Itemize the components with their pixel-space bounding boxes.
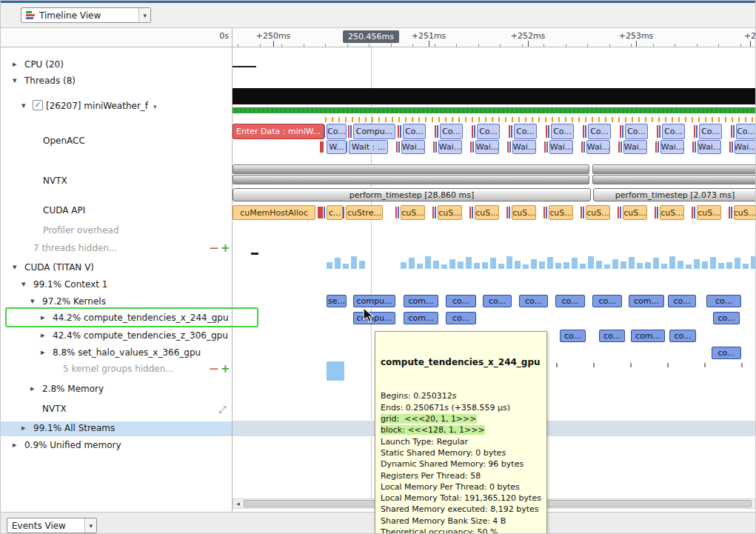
tree-expand-arrow-icon[interactable]: ▸	[30, 384, 35, 393]
sidebar-row-nvtx-thread[interactable]: NVTX	[1, 174, 233, 189]
sidebar-row-cuda-api[interactable]: CUDA API	[1, 204, 233, 218]
nvtx-range-event[interactable]: perform_timestep [2.073 ms]	[593, 188, 756, 201]
sidebar-row-kernel-z[interactable]: ▸42.4% compute_tendencies_z_306_gpu	[1, 329, 233, 344]
openacc-compute-event[interactable]: Enter Data : miniW...	[233, 124, 324, 139]
openacc-wait-event[interactable]: Wai...	[512, 140, 536, 154]
openacc-wait-event[interactable]: Wai...	[698, 140, 721, 154]
kernels-summary-event[interactable]: co...	[592, 295, 622, 307]
kernel-x-row-event[interactable]: co...	[713, 312, 740, 324]
tree-collapse-arrow-icon[interactable]: ▾	[13, 262, 17, 272]
openacc-wait-event[interactable]: Wai...	[438, 140, 462, 154]
expand-row-icon[interactable]: ⤢	[218, 404, 226, 415]
tree-collapse-arrow-icon[interactable]: ▾	[13, 76, 17, 85]
sidebar-row-profiler-overhead[interactable]: Profiler overhead	[1, 224, 233, 238]
chevron-down-icon[interactable]: ▾	[138, 8, 150, 22]
panel-splitter[interactable]	[232, 28, 233, 512]
openacc-compute-event[interactable]: Co...	[440, 124, 463, 139]
sidebar-row-kernel-halo[interactable]: ▸8.8% set_halo_values_x_366_gpu	[1, 346, 233, 361]
kernel-z-row-event[interactable]: co...	[560, 330, 586, 342]
chevron-down-icon[interactable]: ▾	[153, 103, 157, 110]
sidebar-row-unified-memory[interactable]: ▸0.9% Unified memory	[1, 438, 233, 453]
sidebar-row-memory[interactable]: ▸2.8% Memory	[1, 382, 233, 397]
cuda-api-event[interactable]: cuS...	[623, 205, 647, 220]
sidebar-row-thread-miniweather[interactable]: ▾✓[26207] miniWeather_f▾	[1, 99, 233, 114]
openacc-compute-event[interactable]: Co...	[551, 124, 574, 139]
openacc-wait-event[interactable]: Wait : ...	[349, 140, 388, 154]
kernel-x-row-event[interactable]: co...	[446, 312, 476, 324]
openacc-wait-event[interactable]: Wai...	[660, 140, 684, 154]
remove-rows-button[interactable]: —	[210, 364, 218, 374]
remove-rows-button[interactable]: —	[210, 243, 218, 253]
cuda-api-event[interactable]: cuMemHostAlloc	[233, 205, 315, 220]
cuda-api-event[interactable]: cuS...	[475, 205, 499, 220]
restore-rows-button[interactable]: +	[221, 241, 230, 255]
cuda-api-event[interactable]: cuS...	[438, 205, 462, 220]
tree-collapse-arrow-icon[interactable]: ▾	[30, 296, 35, 306]
kernel-z-row-event[interactable]: co...	[669, 330, 696, 342]
openacc-wait-event[interactable]: Wai...	[586, 140, 610, 154]
openacc-compute-event[interactable]: Co...	[514, 124, 537, 139]
sidebar-row-cpu[interactable]: ▸CPU (20)	[1, 58, 233, 73]
thread-visibility-checkbox[interactable]: ✓	[33, 100, 43, 110]
tree-expand-arrow-icon[interactable]: ▸	[41, 330, 45, 340]
openacc-compute-event[interactable]: Co...	[662, 124, 685, 139]
kernel-z-row-event[interactable]: com...	[631, 330, 665, 342]
sidebar-row-threads[interactable]: ▾Threads (8)	[1, 74, 233, 89]
kernel-halo-row-event[interactable]: co...	[712, 347, 741, 359]
cuda-api-event[interactable]: cuStre...	[346, 205, 383, 220]
kernels-summary-event[interactable]: co...	[706, 295, 741, 307]
tree-collapse-arrow-icon[interactable]: ▾	[21, 279, 26, 289]
nvtx-range-event[interactable]: perform_timestep [28.860 ms]	[233, 188, 591, 201]
openacc-compute-event[interactable]: Co...	[588, 124, 611, 139]
openacc-compute-event[interactable]: Co...	[403, 124, 426, 139]
cuda-api-event[interactable]: c...	[327, 205, 343, 220]
cuda-api-event[interactable]: cuS...	[697, 205, 721, 220]
chevron-down-icon[interactable]: ▾	[84, 518, 96, 533]
openacc-compute-event[interactable]: Co...	[625, 124, 648, 139]
openacc-compute-event[interactable]: Co...	[736, 124, 756, 139]
kernels-summary-event[interactable]: com...	[404, 295, 438, 307]
tree-expand-arrow-icon[interactable]: ▸	[21, 423, 26, 433]
kernels-summary-event[interactable]: co...	[483, 295, 512, 307]
scroll-left-arrow-icon[interactable]: ◂	[233, 499, 243, 508]
sidebar-row-openacc[interactable]: OpenACC	[1, 134, 233, 149]
openacc-compute-event[interactable]: Compu...	[353, 124, 395, 139]
openacc-compute-event[interactable]: Co...	[327, 124, 347, 139]
sidebar-row-kernels-hidden[interactable]: 5 kernel groups hidden...—+	[1, 362, 233, 377]
tree-collapse-arrow-icon[interactable]: ▾	[21, 101, 26, 110]
openacc-compute-event[interactable]: Co...	[477, 124, 500, 139]
cuda-api-event[interactable]: cuS...	[549, 205, 573, 220]
sidebar-row-context1[interactable]: ▾99.1% Context 1	[1, 278, 233, 293]
kernels-summary-event[interactable]: co...	[446, 295, 476, 307]
cuda-api-event[interactable]: cuS...	[512, 205, 536, 220]
openacc-wait-event[interactable]: Wai...	[475, 140, 499, 154]
tree-expand-arrow-icon[interactable]: ▸	[13, 59, 17, 69]
openacc-wait-event[interactable]: Wai...	[401, 140, 425, 154]
kernels-summary-event[interactable]: co...	[555, 295, 585, 307]
cuda-api-event[interactable]: cuS...	[586, 205, 610, 220]
openacc-wait-event[interactable]: Wai...	[735, 140, 756, 154]
openacc-wait-event[interactable]: W...	[327, 140, 347, 154]
kernels-summary-event[interactable]: co...	[519, 295, 548, 307]
kernel-z-row-event[interactable]: co...	[599, 330, 625, 342]
kernel-x-row-event[interactable]: com...	[404, 312, 438, 324]
tree-expand-arrow-icon[interactable]: ▸	[13, 440, 17, 450]
openacc-wait-event[interactable]: Wai...	[549, 140, 573, 154]
kernels-summary-event[interactable]: se...	[327, 295, 347, 307]
sidebar-row-threads-hidden[interactable]: 7 threads hidden...—+	[1, 241, 233, 256]
restore-rows-button[interactable]: +	[221, 362, 230, 376]
sidebar-row-nvtx-device[interactable]: NVTX⤢	[1, 402, 233, 417]
cuda-api-event[interactable]: cuS...	[660, 205, 684, 220]
kernels-summary-event[interactable]: co...	[668, 295, 696, 307]
kernels-summary-event[interactable]: com...	[629, 295, 664, 307]
sidebar-row-cuda-device[interactable]: ▾CUDA (TITAN V)	[1, 261, 233, 276]
cuda-api-event[interactable]: cuS...	[401, 205, 425, 220]
timeline-view-dropdown[interactable]: Timeline View ▾	[21, 7, 151, 23]
sidebar-row-all-streams[interactable]: ▸99.1% All Streams	[1, 421, 233, 436]
kernels-summary-event[interactable]: compu...	[353, 295, 395, 307]
cuda-api-event[interactable]: cuS...	[734, 205, 756, 220]
openacc-wait-event[interactable]: Wai...	[623, 140, 647, 154]
tree-expand-arrow-icon[interactable]: ▸	[41, 347, 45, 357]
openacc-compute-event[interactable]: Co...	[699, 124, 722, 139]
events-view-dropdown[interactable]: Events View ▾	[7, 518, 97, 533]
